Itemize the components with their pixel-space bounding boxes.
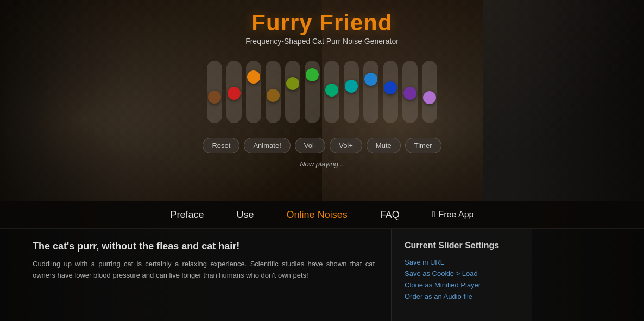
slider-9[interactable]	[363, 61, 378, 131]
slider-6[interactable]	[305, 61, 320, 131]
slider-track-12[interactable]	[422, 61, 437, 123]
app-title: Furry Friend	[251, 10, 392, 36]
vol-up-button[interactable]: Vol+	[330, 138, 362, 153]
slider-knob-11[interactable]	[403, 87, 416, 100]
slider-track-8[interactable]	[344, 61, 359, 123]
slider-knob-5[interactable]	[286, 77, 299, 90]
slider-knob-9[interactable]	[364, 73, 377, 86]
animate-button[interactable]: Animate!	[244, 138, 290, 153]
slider-track-10[interactable]	[383, 61, 398, 123]
slider-3[interactable]	[246, 61, 261, 131]
save-url-link[interactable]: Save in URL	[405, 258, 519, 266]
slider-1[interactable]	[207, 61, 222, 131]
bottom-section: The cat's purr, without the fleas and ca…	[0, 229, 644, 321]
controls-row: Reset Animate! Vol- Vol+ Mute Timer	[203, 138, 441, 153]
right-panel: Current Slider Settings Save in URL Save…	[391, 229, 532, 321]
vol-down-button[interactable]: Vol-	[295, 138, 325, 153]
slider-track-7[interactable]	[324, 61, 339, 123]
nav-item-faq[interactable]: FAQ	[380, 209, 400, 221]
timer-button[interactable]: Timer	[405, 138, 441, 153]
clone-player-link[interactable]: Clone as Minified Player	[405, 281, 519, 289]
slider-knob-6[interactable]	[306, 68, 319, 81]
sliders-container	[207, 55, 437, 131]
app-subtitle: Frequency-Shaped Cat Purr Noise Generato…	[245, 37, 399, 46]
nav-item-use[interactable]: Use	[237, 209, 254, 221]
free-app-label: Free App	[439, 210, 474, 220]
left-panel: The cat's purr, without the fleas and ca…	[0, 229, 391, 321]
slider-knob-7[interactable]	[325, 84, 338, 97]
nav-item-preface[interactable]: Preface	[171, 209, 204, 221]
slider-track-5[interactable]	[285, 61, 300, 123]
status-text: Now playing...	[300, 160, 344, 168]
slider-track-11[interactable]	[402, 61, 418, 123]
apple-icon: 	[432, 210, 435, 220]
nav-item-free-app[interactable]:  Free App	[432, 210, 474, 220]
slider-11[interactable]	[402, 61, 418, 131]
slider-knob-2[interactable]	[228, 87, 241, 100]
slider-knob-10[interactable]	[384, 81, 397, 94]
reset-button[interactable]: Reset	[203, 138, 239, 153]
slider-track-4[interactable]	[266, 61, 281, 123]
left-panel-text: Cuddling up with a purring cat is certai…	[33, 259, 375, 281]
slider-track-9[interactable]	[363, 61, 378, 123]
left-panel-heading: The cat's purr, without the fleas and ca…	[33, 241, 375, 252]
slider-knob-4[interactable]	[267, 89, 280, 102]
save-cookie-link[interactable]: Save as Cookie > Load	[405, 269, 519, 278]
slider-track-1[interactable]	[207, 61, 222, 123]
slider-knob-1[interactable]	[208, 91, 221, 104]
slider-10[interactable]	[383, 61, 398, 131]
nav-item-online-noises[interactable]: Online Noises	[287, 209, 348, 221]
slider-4[interactable]	[266, 61, 281, 131]
slider-5[interactable]	[285, 61, 300, 131]
slider-12[interactable]	[422, 61, 437, 131]
nav-bar: Preface Use Online Noises FAQ  Free App	[0, 201, 644, 229]
right-panel-heading: Current Slider Settings	[405, 241, 519, 251]
slider-knob-12[interactable]	[423, 91, 436, 104]
mute-button[interactable]: Mute	[367, 138, 401, 153]
slider-knob-3[interactable]	[247, 70, 260, 84]
slider-knob-8[interactable]	[345, 80, 358, 93]
order-audio-link[interactable]: Order as an Audio file	[405, 292, 519, 300]
slider-2[interactable]	[226, 61, 242, 131]
slider-track-6[interactable]	[305, 61, 320, 123]
top-section: Furry Friend Frequency-Shaped Cat Purr N…	[0, 0, 644, 201]
slider-track-3[interactable]	[246, 61, 261, 123]
slider-8[interactable]	[344, 61, 359, 131]
slider-track-2[interactable]	[226, 61, 242, 123]
slider-7[interactable]	[324, 61, 339, 131]
